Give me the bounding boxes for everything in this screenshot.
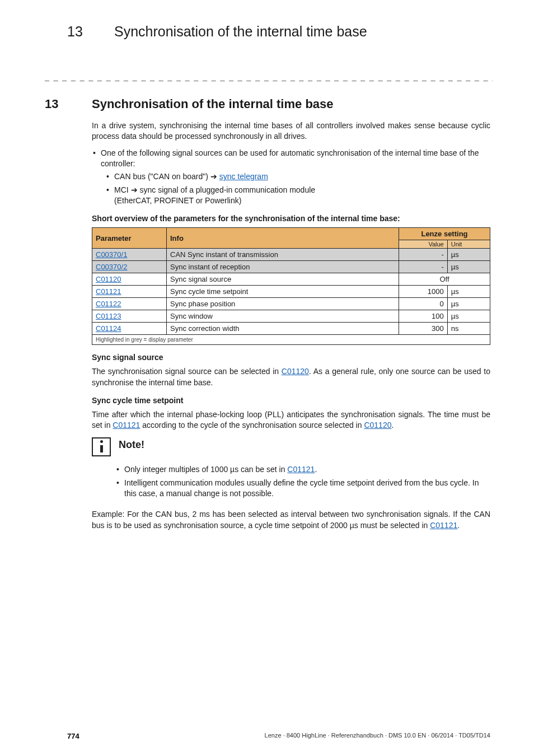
param-link[interactable]: C01120	[96, 275, 121, 283]
overview-heading: Short overview of the parameters for the…	[92, 214, 490, 223]
cell-parameter: C01124	[92, 323, 167, 335]
list-item: MCI ➔ sync signal of a plugged-in commun…	[106, 185, 490, 207]
page-footer: 774 Lenze · 8400 HighLine · Referenzhand…	[67, 732, 490, 740]
running-head: 13 Synchronisation of the internal time …	[67, 24, 490, 40]
source-list: One of the following signal sources can …	[92, 148, 490, 207]
setpoint-paragraph: Time after which the internal phase-lock…	[92, 409, 490, 431]
cell-value: Off	[399, 273, 490, 286]
table-row: C01122Sync phase position0µs	[92, 298, 490, 310]
cell-unit: µs	[447, 261, 490, 273]
cell-value: 0	[399, 298, 448, 310]
divider-rule: _ _ _ _ _ _ _ _ _ _ _ _ _ _ _ _ _ _ _ _ …	[45, 72, 493, 81]
section-heading: 13 Synchronisation of the internal time …	[67, 97, 490, 111]
col-subheader-value: Value	[399, 240, 448, 249]
cell-unit: ns	[447, 323, 490, 335]
cell-info: Sync signal source	[167, 273, 399, 286]
setpoint-heading: Sync cycle time setpoint	[92, 396, 490, 405]
cell-info: Sync window	[167, 310, 399, 323]
footer-meta: Lenze · 8400 HighLine · Referenzhandbuch…	[265, 732, 490, 740]
param-link[interactable]: C00370/2	[96, 263, 127, 271]
cell-parameter: C01120	[92, 273, 167, 286]
parameter-table: Parameter Info Lenze setting Value Unit …	[92, 227, 490, 345]
table-row: C00370/2Sync instant of reception-µs	[92, 261, 490, 273]
cell-value: 300	[399, 323, 448, 335]
note-list: Only integer multiples of 1000 µs can be…	[116, 464, 490, 499]
cell-unit: µs	[447, 249, 490, 261]
list-text: MCI	[114, 185, 131, 194]
cell-unit: µs	[447, 298, 490, 310]
note-label: Note!	[119, 439, 144, 451]
cell-value: -	[399, 261, 448, 273]
cell-parameter: C01123	[92, 310, 167, 323]
list-text: One of the following signal sources can …	[101, 148, 479, 168]
running-head-title: Synchronisation of the internal time bas…	[114, 24, 367, 40]
param-link[interactable]: C01123	[96, 312, 121, 320]
param-link[interactable]: C01121	[113, 421, 140, 430]
table-row: C00370/1CAN Sync instant of transmission…	[92, 249, 490, 261]
param-link[interactable]: C00370/1	[96, 250, 127, 259]
param-link[interactable]: C01121	[96, 287, 121, 296]
cell-info: CAN Sync instant of transmission	[167, 249, 399, 261]
cell-unit: µs	[447, 286, 490, 298]
table-row: C01123Sync window100µs	[92, 310, 490, 323]
list-item: One of the following signal sources can …	[92, 148, 490, 207]
cell-info: Sync phase position	[167, 298, 399, 310]
col-header-parameter: Parameter	[92, 228, 167, 249]
list-item: Intelligent communication modules usuall…	[116, 478, 490, 500]
note-box: Note!	[92, 436, 490, 456]
cell-info: Sync instant of reception	[167, 261, 399, 273]
example-paragraph: Example: For the CAN bus, 2 ms has been …	[92, 509, 490, 531]
param-link[interactable]: C01124	[96, 324, 121, 333]
col-header-info: Info	[167, 228, 399, 249]
page-number: 774	[67, 732, 79, 740]
list-item: CAN bus ("CAN on board") ➔ sync telegram	[106, 171, 490, 182]
sync-source-paragraph: The synchronisation signal source can be…	[92, 366, 490, 388]
text: .	[391, 421, 394, 430]
cell-parameter: C01122	[92, 298, 167, 310]
cell-parameter: C01121	[92, 286, 167, 298]
intro-paragraph: In a drive system, synchronising the int…	[92, 120, 490, 142]
text: The synchronisation signal source can be…	[92, 367, 282, 376]
cell-value: -	[399, 249, 448, 261]
cell-parameter: C00370/2	[92, 261, 167, 273]
sync-source-heading: Sync signal source	[92, 353, 490, 362]
param-link[interactable]: C01120	[364, 421, 391, 430]
param-link[interactable]: C01121	[430, 521, 457, 530]
cell-info: Sync cycle time setpoint	[167, 286, 399, 298]
param-link[interactable]: C01122	[96, 300, 121, 308]
section-number: 13	[45, 97, 92, 111]
table-row: C01121Sync cycle time setpoint1000µs	[92, 286, 490, 298]
col-header-lenze: Lenze setting	[399, 228, 490, 240]
table-row: C01120Sync signal sourceOff	[92, 273, 490, 286]
info-icon	[92, 437, 111, 456]
cell-info: Sync correction width	[167, 323, 399, 335]
cell-value: 1000	[399, 286, 448, 298]
cell-parameter: C00370/1	[92, 249, 167, 261]
list-text: sync signal of a plugged-in communicatio…	[138, 185, 316, 194]
list-text: CAN bus ("CAN on board")	[114, 172, 210, 181]
text: Only integer multiples of 1000 µs can be…	[124, 465, 287, 474]
cell-unit: µs	[447, 310, 490, 323]
list-item: Only integer multiples of 1000 µs can be…	[116, 464, 490, 475]
cell-value: 100	[399, 310, 448, 323]
section-title: Synchronisation of the internal time bas…	[92, 97, 334, 111]
col-subheader-unit: Unit	[447, 240, 490, 249]
text: .	[315, 465, 317, 474]
sync-telegram-link[interactable]: sync telegram	[219, 172, 268, 181]
param-link[interactable]: C01121	[287, 465, 315, 474]
table-row: C01124Sync correction width300ns	[92, 323, 490, 335]
table-footnote: Highlighted in grey = display parameter	[92, 335, 490, 345]
param-link[interactable]: C01120	[282, 367, 309, 376]
running-head-number: 13	[67, 24, 114, 40]
list-text: (EtherCAT, PROFINET or Powerlink)	[114, 196, 241, 205]
text: .	[457, 521, 460, 530]
arrow-icon: ➔	[131, 185, 138, 194]
text: according to the cycle of the synchronis…	[140, 421, 364, 430]
arrow-icon: ➔	[210, 172, 219, 181]
